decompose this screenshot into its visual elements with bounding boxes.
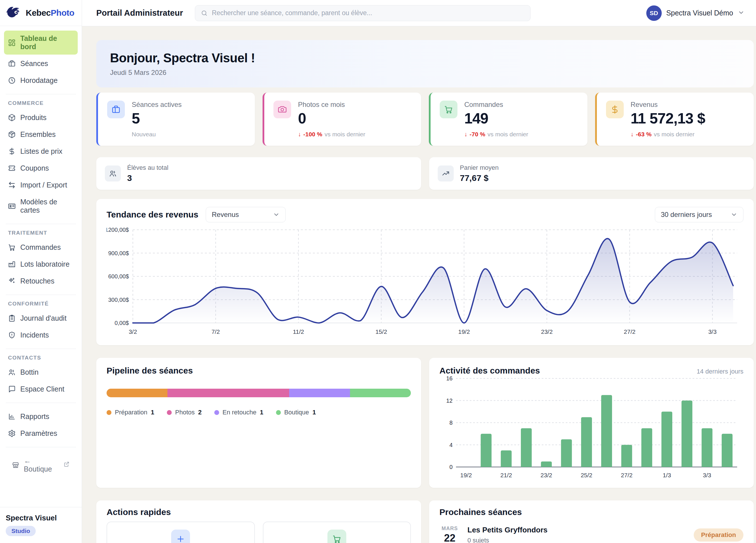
sidebar-item-horodatage[interactable]: Horodatage — [4, 73, 78, 88]
pipeline-segment-preparation — [107, 389, 167, 397]
sidebar-item-import-export[interactable]: Import / Export — [4, 177, 78, 193]
external-link-icon — [63, 461, 70, 468]
sidebar-item-produits[interactable]: Produits — [4, 110, 78, 125]
sidebar-item-journal-d-audit[interactable]: Journal d'audit — [4, 310, 78, 326]
brand-logo[interactable]: KebecPhoto — [0, 0, 82, 26]
sidebar-item-rapports[interactable]: Rapports — [4, 409, 78, 424]
sidebar-item-commandes[interactable]: Commandes — [4, 239, 78, 255]
search-input[interactable] — [212, 9, 525, 17]
search-icon — [201, 10, 208, 17]
user-name: Spectra Visuel Démo — [666, 9, 733, 17]
sidebar-item-label: Rapports — [20, 412, 49, 421]
sidebar-item-listes-de-prix[interactable]: Listes de prix — [4, 143, 78, 159]
legend-label: En retouche — [223, 409, 257, 416]
pipeline-title: Pipeline des séances — [107, 366, 411, 376]
users-icon — [109, 169, 117, 177]
sidebar-section-commerce: COMMERCE — [8, 100, 74, 106]
revenue-line-chart: 0,00$300,00$600,00$900,00$1200,00$3/27/2… — [107, 226, 743, 339]
cart-icon — [332, 534, 341, 543]
sidebar-nav: Tableau de bordSéancesHorodatageCOMMERCE… — [0, 26, 82, 477]
mini-icon-box — [438, 165, 454, 181]
svg-text:15/2: 15/2 — [375, 328, 387, 335]
sidebar-item-label: Lots laboratoire — [20, 260, 69, 268]
id-card-icon — [8, 202, 16, 210]
sidebar-item-label: Séances — [20, 59, 48, 68]
studio-badge: Studio — [6, 526, 36, 536]
svg-text:0,00$: 0,00$ — [115, 320, 129, 326]
stat-icon-box — [606, 101, 624, 118]
mini-label: Panier moyen — [460, 164, 499, 171]
sidebar-item-boutique[interactable]: ← Boutique — [8, 453, 74, 477]
quick-action-nouvelle-seance[interactable]: Nouvelle séance — [107, 522, 255, 543]
stat-note: Nouveau — [132, 131, 156, 138]
revenue-trend-card: Tendance des revenus Revenus 30 derniers… — [96, 199, 754, 345]
sidebar-item-bottin[interactable]: Bottin — [4, 364, 78, 380]
stat-card-commandes: Commandes149↓-70 %vs mois dernier — [429, 93, 587, 146]
svg-text:12: 12 — [446, 398, 453, 404]
gear-icon — [8, 430, 16, 437]
stat-cards-row: Séances actives5NouveauPhotos ce mois0↓-… — [96, 93, 754, 146]
metric-select[interactable]: Revenus — [206, 207, 286, 222]
sidebar-item-tableau-de-bord[interactable]: Tableau de bord — [4, 31, 78, 55]
svg-text:23/2: 23/2 — [541, 472, 552, 478]
sidebar-item-label: Ensembles — [20, 130, 56, 139]
sidebar-item-retouches[interactable]: Retouches — [4, 273, 78, 289]
bar-chart-icon — [8, 413, 16, 420]
stat-note: vs mois dernier — [487, 131, 528, 138]
trending-up-icon — [442, 169, 450, 177]
brand-name: KebecPhoto — [26, 8, 74, 18]
svg-text:3/3: 3/3 — [703, 472, 711, 478]
quick-actions-tiles: Nouvelle séanceVoir les commandes — [107, 522, 411, 543]
chevron-down-icon — [273, 211, 280, 218]
sidebar-divider — [6, 403, 76, 403]
quick-action-voir-les-commandes[interactable]: Voir les commandes — [263, 522, 411, 543]
metric-select-value: Revenus — [212, 211, 239, 219]
sidebar-item-modeles-de-cartes[interactable]: Modèles de cartes — [4, 194, 78, 218]
sidebar-item-lots-laboratoire[interactable]: Lots laboratoire — [4, 256, 78, 272]
welcome-date: Jeudi 5 Mars 2026 — [110, 69, 740, 77]
sidebar-item-seances[interactable]: Séances — [4, 56, 78, 71]
stat-card-seances-actives: Séances actives5Nouveau — [96, 93, 255, 146]
arrow-down-icon: ↓ — [631, 131, 634, 138]
pipeline-segment-photos — [167, 389, 289, 397]
session-month: MARS — [439, 526, 460, 532]
sidebar-item-label: Journal d'audit — [20, 314, 67, 322]
sidebar-item-coupons[interactable]: Coupons — [4, 160, 78, 176]
sidebar-section-conformite: CONFORMITÉ — [8, 301, 74, 307]
svg-text:300,00$: 300,00$ — [108, 297, 129, 303]
welcome-title: Bonjour, Spectra Visuel ! — [110, 51, 740, 65]
page-title: Portail Administrateur — [96, 8, 183, 18]
svg-text:19/2: 19/2 — [458, 328, 470, 335]
stat-value: 0 — [298, 110, 365, 127]
boutique-label: ← Boutique — [24, 457, 59, 473]
user-menu[interactable]: SD Spectra Visuel Démo — [646, 5, 745, 21]
quick-action-icon-box — [171, 530, 190, 543]
store-icon — [12, 461, 19, 469]
sidebar-divider — [6, 224, 76, 224]
svg-text:1/3: 1/3 — [663, 472, 671, 478]
sidebar-item-espace-client[interactable]: Espace Client — [4, 381, 78, 397]
global-search — [195, 5, 531, 21]
sidebar-item-parametres[interactable]: Paramètres — [4, 426, 78, 441]
range-select[interactable]: 30 derniers jours — [655, 207, 743, 222]
upcoming-sessions-title: Prochaines séances — [439, 507, 743, 517]
svg-text:21/2: 21/2 — [500, 472, 512, 478]
sparkles-icon — [8, 277, 16, 285]
upcoming-session-row[interactable]: MARS22Les Petits Gryffondors0 sujetsPrép… — [439, 526, 743, 543]
stat-icon-box — [107, 101, 125, 118]
legend-label: Boutique — [284, 409, 309, 416]
sidebar-item-label: Horodatage — [20, 76, 58, 85]
sidebar-item-incidents[interactable]: Incidents — [4, 327, 78, 343]
studio-name: Spectra Visuel — [6, 514, 76, 522]
svg-text:4: 4 — [449, 442, 453, 448]
mini-cards-row: Élèves au total3Panier moyen77,67 $ — [96, 157, 754, 190]
legend-item-boutique: Boutique1 — [276, 409, 316, 416]
brand-name-black: Kebec — [26, 8, 51, 17]
stat-subtext: ↓-63 %vs mois dernier — [631, 131, 705, 138]
owl-logo-icon — [5, 5, 23, 21]
mini-card-panier-moyen: Panier moyen77,67 $ — [429, 157, 754, 190]
sidebar-divider — [6, 94, 76, 94]
sidebar-item-label: Paramètres — [20, 429, 57, 438]
sidebar-item-ensembles[interactable]: Ensembles — [4, 127, 78, 142]
svg-text:900,00$: 900,00$ — [108, 250, 129, 256]
